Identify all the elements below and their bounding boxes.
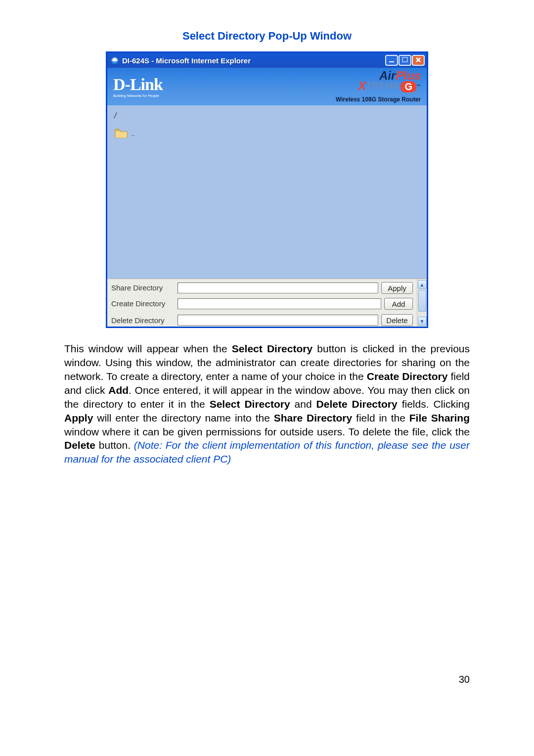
add-button[interactable]: Add [384, 298, 413, 310]
window-controls [385, 55, 425, 66]
window-title: DI-624S - Microsoft Internet Explorer [122, 56, 251, 65]
vertical-scrollbar[interactable]: ▲ ▼ [417, 279, 427, 327]
minimize-button[interactable] [385, 55, 398, 66]
share-directory-label: Share Directory [111, 284, 175, 292]
minimize-icon [388, 56, 395, 64]
close-button[interactable] [412, 55, 425, 66]
apply-button[interactable]: Apply [381, 282, 413, 294]
parent-directory-link[interactable]: .. [131, 130, 135, 138]
product-line-2: XTREME G ™ [336, 79, 421, 93]
close-icon [415, 56, 422, 64]
description-paragraph: This window will appear when the Select … [64, 342, 470, 466]
scroll-down-button[interactable]: ▼ [418, 317, 427, 326]
folder-up-icon[interactable] [114, 127, 128, 140]
current-path: / [114, 111, 420, 120]
chevron-up-icon: ▲ [420, 282, 425, 287]
chevron-down-icon: ▼ [420, 319, 425, 324]
dlink-logo: D-Link [113, 76, 163, 93]
page-number: 30 [64, 674, 470, 685]
directory-browser: / .. [107, 105, 427, 279]
dlink-tagline: Building Networks for People [113, 94, 163, 97]
maximize-icon [401, 56, 408, 64]
popup-window: DI-624S - Microsoft Internet Explorer [106, 51, 428, 328]
share-directory-input[interactable] [178, 283, 378, 293]
scroll-thumb[interactable] [418, 290, 426, 312]
ie-icon [110, 56, 119, 65]
svg-rect-2 [402, 57, 407, 62]
delete-directory-input[interactable] [178, 315, 378, 326]
section-heading: Select Directory Pop-Up Window [64, 30, 470, 43]
product-subtitle: Wireless 108G Storage Router [336, 96, 421, 103]
delete-directory-label: Delete Directory [111, 317, 175, 324]
maximize-button[interactable] [399, 55, 411, 66]
svg-rect-1 [389, 61, 394, 62]
create-directory-input[interactable] [178, 298, 381, 309]
delete-button[interactable]: Delete [381, 314, 413, 326]
brand-banner: D-Link Building Networks for People AirP… [107, 68, 427, 105]
form-panel: Share Directory Apply Create Directory A… [107, 279, 427, 327]
create-directory-label: Create Directory [111, 300, 175, 308]
scroll-up-button[interactable]: ▲ [418, 280, 427, 289]
window-titlebar[interactable]: DI-624S - Microsoft Internet Explorer [107, 53, 427, 68]
